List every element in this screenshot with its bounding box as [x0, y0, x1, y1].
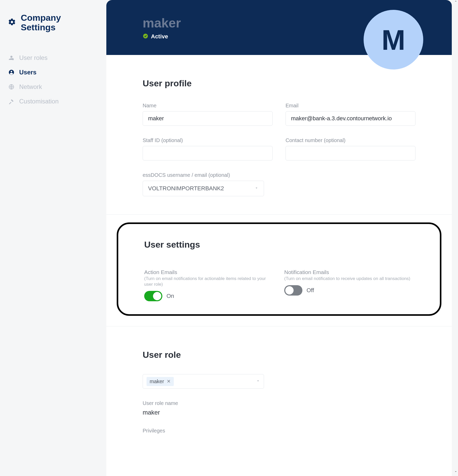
sidebar: Company Settings User roles Users Networ…	[0, 0, 106, 476]
notification-emails-toggle[interactable]	[284, 285, 302, 296]
users-role-icon	[8, 55, 15, 61]
dropdown-value: VOLTRONIMPORTERBANK2	[148, 185, 224, 192]
sidebar-item-label: Network	[19, 83, 42, 90]
sidebar-item-label: User roles	[19, 54, 47, 61]
sidebar-item-customisation[interactable]: Customisation	[8, 94, 99, 109]
action-emails-title: Action Emails	[144, 269, 274, 275]
user-profile-section: User profile Name Email Staff ID (option…	[106, 55, 452, 215]
avatar: M	[364, 10, 423, 69]
role-name-label: User role name	[143, 400, 415, 406]
scroll-up-arrow[interactable]: ˆ	[455, 1, 456, 5]
user-role-section: User role maker ✕ User role name maker P…	[106, 326, 452, 454]
section-title: User settings	[144, 240, 414, 250]
email-input[interactable]	[286, 111, 415, 126]
notification-emails-hint: (Turn on email notification to receive u…	[284, 276, 414, 282]
sidebar-item-network[interactable]: Network	[8, 80, 99, 94]
section-title: User role	[143, 350, 415, 360]
chip-label: maker	[150, 379, 164, 384]
globe-icon	[8, 84, 15, 90]
role-chip: maker ✕	[147, 377, 174, 386]
check-circle-icon	[143, 33, 148, 40]
staff-id-input[interactable]	[143, 146, 273, 160]
section-title: User profile	[143, 78, 415, 88]
privileges-label: Privileges	[143, 428, 415, 434]
name-input[interactable]	[143, 111, 273, 126]
name-label: Name	[143, 103, 273, 109]
gear-icon	[8, 18, 16, 27]
globe-user-icon	[8, 69, 15, 75]
scroll-down-arrow[interactable]: ˇ	[455, 471, 456, 475]
contact-label: Contact number (optional)	[286, 137, 415, 143]
close-icon[interactable]: ✕	[167, 379, 171, 384]
user-header: maker Active M	[106, 0, 452, 55]
chevron-down-icon	[254, 186, 259, 191]
brand-title: Company Settings	[21, 13, 61, 32]
notification-emails-title: Notification Emails	[284, 269, 414, 275]
essdocs-label: essDOCS username / email (optional)	[143, 172, 415, 178]
staff-id-label: Staff ID (optional)	[143, 137, 273, 143]
sidebar-item-users[interactable]: Users	[8, 65, 99, 80]
role-select[interactable]: maker ✕	[143, 374, 264, 389]
svg-point-2	[11, 71, 12, 72]
action-emails-hint: (Turn on email notifications for actiona…	[144, 276, 274, 287]
email-label: Email	[286, 103, 415, 109]
sidebar-item-user-roles[interactable]: User roles	[8, 51, 99, 65]
sidebar-item-label: Customisation	[19, 98, 59, 105]
status-badge: Active	[151, 33, 168, 40]
hammer-icon	[8, 98, 15, 104]
role-name-value: maker	[143, 409, 415, 416]
action-emails-toggle[interactable]	[144, 291, 162, 301]
toggle-state-label: Off	[307, 287, 314, 294]
chevron-down-icon	[256, 379, 260, 384]
contact-input[interactable]	[286, 146, 415, 160]
brand: Company Settings	[8, 13, 99, 32]
svg-point-0	[12, 59, 14, 60]
toggle-state-label: On	[166, 293, 174, 299]
sidebar-item-label: Users	[19, 69, 37, 76]
essdocs-dropdown[interactable]: VOLTRONIMPORTERBANK2	[143, 181, 264, 196]
content: maker Active M User profile Name Email	[106, 0, 452, 476]
content-scroll[interactable]: maker Active M User profile Name Email	[106, 0, 458, 476]
user-settings-section: User settings Action Emails (Turn on ema…	[117, 222, 441, 316]
